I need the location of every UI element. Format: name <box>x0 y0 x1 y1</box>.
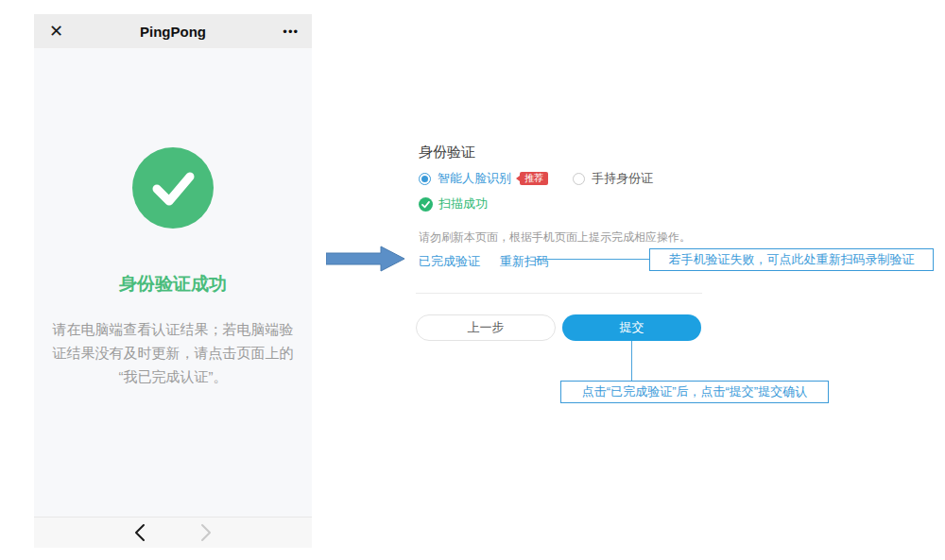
tutorial-screenshot: ✕ PingPong ••• 身份验证成功 请在电脑端查看认证结果；若电脑端验证… <box>0 0 945 560</box>
phone-header: ✕ PingPong ••• <box>34 14 312 48</box>
rescan-link[interactable]: 重新扫码 <box>500 254 549 268</box>
section-divider <box>416 293 702 294</box>
success-description: 请在电脑端查看认证结果；若电脑端验证结果没有及时更新，请点击页面上的“我已完成认… <box>46 317 300 388</box>
radio-idcard-label[interactable]: 手持身份证 <box>592 170 653 187</box>
pointer-arrow-icon <box>326 246 405 276</box>
callout-connector-horizontal <box>535 259 649 260</box>
callout-connector-vertical <box>631 341 632 381</box>
success-title: 身份验证成功 <box>34 272 312 297</box>
scan-success-check-icon <box>419 197 433 212</box>
rescan-annotation: 若手机验证失败，可点此处重新扫码录制验证 <box>649 248 934 271</box>
close-icon[interactable]: ✕ <box>49 14 63 48</box>
radio-dot <box>421 176 428 182</box>
previous-step-button[interactable]: 上一步 <box>416 314 556 341</box>
submit-button[interactable]: 提交 <box>562 314 701 341</box>
back-chevron-icon[interactable] <box>133 523 146 542</box>
verification-done-link[interactable]: 已完成验证 <box>419 254 480 268</box>
radio-face-label[interactable]: 智能人脸识别 <box>438 170 511 187</box>
verification-method-radios: 智能人脸识别 推荐 手持身份证 <box>419 171 653 186</box>
forward-chevron-icon[interactable] <box>199 523 213 542</box>
phone-body: 身份验证成功 请在电脑端查看认证结果；若电脑端验证结果没有及时更新，请点击页面上… <box>34 48 312 517</box>
form-section-title: 身份验证 <box>419 144 475 161</box>
action-links: 已完成验证 重新扫码 <box>419 253 549 270</box>
more-menu-icon[interactable]: ••• <box>283 14 299 48</box>
radio-id-card[interactable] <box>573 173 585 185</box>
success-check-icon <box>132 147 214 229</box>
phone-title: PingPong <box>140 24 206 40</box>
scan-status-text: 扫描成功 <box>438 195 488 212</box>
radio-idcard-group: 手持身份证 <box>573 170 653 187</box>
phone-screen: ✕ PingPong ••• 身份验证成功 请在电脑端查看认证结果；若电脑端验证… <box>34 14 312 548</box>
radio-face-recognition[interactable] <box>419 173 431 185</box>
phone-nav-bar <box>34 517 312 548</box>
submit-annotation: 点击“已完成验证”后，点击“提交”提交确认 <box>560 381 829 403</box>
scan-status-row: 扫描成功 <box>419 195 488 212</box>
recommended-badge: 推荐 <box>520 172 548 185</box>
instruction-text: 请勿刷新本页面，根据手机页面上提示完成相应操作。 <box>419 229 691 246</box>
